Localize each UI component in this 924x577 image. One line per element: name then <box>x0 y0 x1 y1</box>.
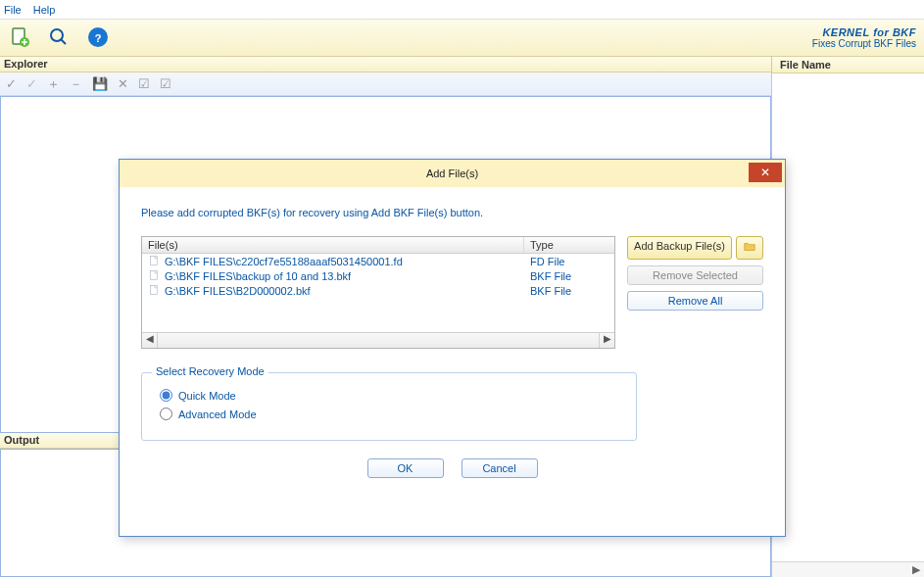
svg-rect-6 <box>151 271 158 280</box>
check-icon[interactable]: ✓ <box>26 77 37 90</box>
dialog-title-bar: Add File(s) ✕ <box>120 160 785 187</box>
add-files-dialog: Add File(s) ✕ Please add corrupted BKF(s… <box>119 159 786 537</box>
file-type: BKF File <box>530 285 608 297</box>
menu-bar: File Help <box>0 0 924 20</box>
remove-all-button[interactable]: Remove All <box>627 291 763 311</box>
files-col-file[interactable]: File(s) <box>142 237 524 253</box>
table-row[interactable]: G:\BKF FILES\c220cf7e55188aaaf5031450001… <box>142 254 614 268</box>
dialog-instruction: Please add corrupted BKF(s) for recovery… <box>141 207 763 218</box>
plus-icon[interactable]: ＋ <box>47 77 60 90</box>
save-icon[interactable]: 💾 <box>92 77 108 90</box>
check-all-icon[interactable]: ✓ <box>6 77 17 90</box>
explorer-header: Explorer <box>0 57 771 72</box>
cancel-button[interactable]: Cancel <box>462 458 538 478</box>
files-col-type[interactable]: Type <box>524 237 614 253</box>
file-type: FD File <box>530 256 608 267</box>
checkbox-icon[interactable]: ☑ <box>138 77 150 90</box>
explorer-toolbar: ✓ ✓ ＋ － 💾 ✕ ☑ ☑ <box>0 72 771 96</box>
menu-file[interactable]: File <box>4 4 22 16</box>
table-row[interactable]: G:\BKF FILES\backup of 10 and 13.bkfBKF … <box>142 268 614 283</box>
recovery-mode-group: Select Recovery Mode Quick Mode Advanced… <box>141 372 637 441</box>
svg-text:?: ? <box>95 32 102 44</box>
svg-rect-7 <box>151 286 158 295</box>
dialog-title: Add File(s) <box>426 168 478 179</box>
scroll-right-icon[interactable]: ▶ <box>599 333 614 348</box>
files-table: File(s) Type G:\BKF FILES\c220cf7e55188a… <box>141 236 615 349</box>
advanced-mode-radio[interactable]: Advanced Mode <box>160 408 618 420</box>
help-icon[interactable]: ? <box>86 25 110 51</box>
recovery-mode-legend: Select Recovery Mode <box>152 365 268 377</box>
quick-mode-label: Quick Mode <box>178 390 236 402</box>
scroll-left-icon[interactable]: ◀ <box>142 333 158 348</box>
quick-mode-radio[interactable]: Quick Mode <box>160 389 618 402</box>
brand-suffix: for BKF <box>870 26 916 38</box>
advanced-mode-input[interactable] <box>160 408 172 420</box>
file-list-hscroll[interactable]: ▶ <box>772 561 924 577</box>
menu-help[interactable]: Help <box>33 4 56 16</box>
table-row[interactable]: G:\BKF FILES\B2D000002.bkfBKF File <box>142 283 614 298</box>
close-icon[interactable]: ✕ <box>749 163 782 182</box>
file-path: G:\BKF FILES\B2D000002.bkf <box>165 285 311 297</box>
advanced-mode-label: Advanced Mode <box>178 409 257 420</box>
remove-selected-button[interactable]: Remove Selected <box>627 265 763 285</box>
file-name-column-header[interactable]: File Name <box>776 58 920 72</box>
svg-rect-5 <box>151 257 158 265</box>
add-file-icon[interactable] <box>8 25 31 51</box>
file-path: G:\BKF FILES\c220cf7e55188aaaf5031450001… <box>165 256 403 267</box>
browse-folder-icon[interactable] <box>736 236 763 260</box>
delete-icon[interactable]: ✕ <box>118 77 128 90</box>
add-backup-files-button[interactable]: Add Backup File(s) <box>627 236 732 260</box>
file-type: BKF File <box>530 270 608 282</box>
search-icon[interactable] <box>47 25 71 51</box>
ok-button[interactable]: OK <box>367 458 444 478</box>
brand-tagline: Fixes Corrupt BKF Files <box>812 38 916 49</box>
file-list[interactable] <box>772 73 924 561</box>
checkbox2-icon[interactable]: ☑ <box>160 77 171 90</box>
quick-mode-input[interactable] <box>160 389 172 402</box>
toolbar: ? KERNEL for BKF Fixes Corrupt BKF Files <box>0 20 924 57</box>
minus-icon[interactable]: － <box>70 77 82 90</box>
file-path: G:\BKF FILES\backup of 10 and 13.bkf <box>165 270 351 282</box>
files-hscroll[interactable]: ◀ ▶ <box>142 332 614 348</box>
brand: KERNEL for BKF Fixes Corrupt BKF Files <box>812 26 916 49</box>
brand-name: KERNEL <box>822 26 869 38</box>
